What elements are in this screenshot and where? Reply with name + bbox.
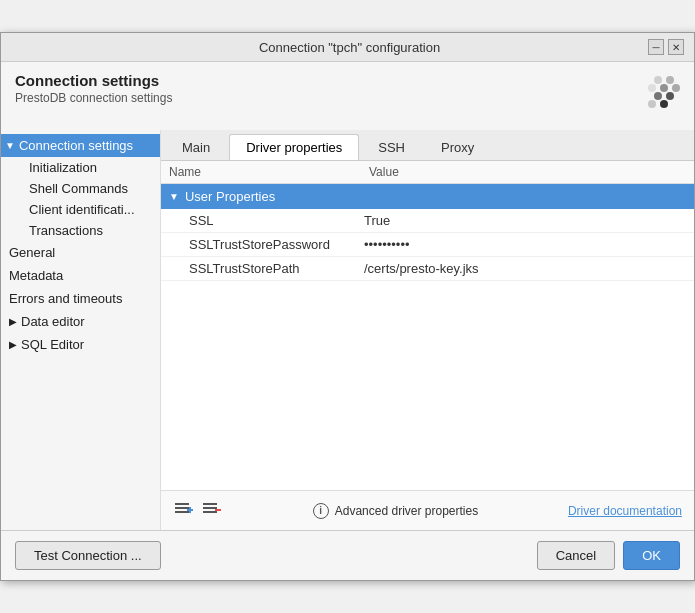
svg-rect-9: [175, 503, 189, 505]
svg-rect-17: [215, 509, 221, 511]
table-row[interactable]: SSLTrustStorePassword ••••••••••: [161, 233, 694, 257]
connection-settings-label: Connection settings: [19, 138, 133, 153]
sidebar-item-initialization[interactable]: Initialization: [1, 157, 160, 178]
svg-rect-10: [175, 507, 189, 509]
remove-property-icon: [203, 501, 221, 517]
svg-point-5: [666, 92, 674, 100]
brand-logo: [620, 72, 680, 122]
svg-point-7: [648, 100, 656, 108]
sidebar-item-client-identification[interactable]: Client identificati...: [1, 199, 160, 220]
cancel-button[interactable]: Cancel: [537, 541, 615, 570]
property-value-ssl: True: [364, 213, 686, 228]
window-controls: ─ ✕: [648, 39, 684, 55]
svg-rect-13: [189, 507, 191, 513]
property-name-truststore-password: SSLTrustStorePassword: [189, 237, 364, 252]
footer-left: [173, 499, 223, 522]
driver-doc-link[interactable]: Driver documentation: [568, 504, 682, 518]
tab-bar: Main Driver properties SSH Proxy: [161, 130, 694, 161]
footer-info: i Advanced driver properties: [313, 503, 478, 519]
main-content: Main Driver properties SSH Proxy Name Va…: [161, 130, 694, 530]
svg-point-0: [654, 76, 662, 84]
property-name-truststore-path: SSLTrustStorePath: [189, 261, 364, 276]
add-property-icon: [175, 501, 193, 517]
svg-point-8: [672, 84, 680, 92]
column-value-header: Value: [369, 165, 686, 179]
tab-ssh[interactable]: SSH: [361, 134, 422, 160]
header-title: Connection settings: [15, 72, 172, 89]
info-icon: i: [313, 503, 329, 519]
dialog-header: Connection settings PrestoDB connection …: [1, 62, 694, 130]
sidebar: ▼ Connection settings Initialization She…: [1, 130, 161, 530]
window-title: Connection "tpch" configuration: [51, 40, 648, 55]
data-editor-arrow: ▶: [9, 316, 17, 327]
property-name-ssl: SSL: [189, 213, 364, 228]
header-subtitle: PrestoDB connection settings: [15, 91, 172, 105]
footer-right-buttons: Cancel OK: [537, 541, 680, 570]
connection-settings-arrow: ▼: [5, 140, 15, 151]
advanced-props-label: Advanced driver properties: [335, 504, 478, 518]
svg-point-2: [660, 84, 668, 92]
dialog: Connection "tpch" configuration ─ ✕ Conn…: [0, 32, 695, 581]
sidebar-item-general[interactable]: General: [1, 241, 160, 264]
minimize-button[interactable]: ─: [648, 39, 664, 55]
table-content: ▼ User Properties SSL True SSLTrustStore…: [161, 184, 694, 490]
svg-point-3: [648, 84, 656, 92]
title-bar: Connection "tpch" configuration ─ ✕: [1, 33, 694, 62]
sidebar-item-connection-settings[interactable]: ▼ Connection settings: [1, 134, 160, 157]
tab-main[interactable]: Main: [165, 134, 227, 160]
tab-driver-properties[interactable]: Driver properties: [229, 134, 359, 160]
table-row[interactable]: SSLTrustStorePath /certs/presto-key.jks: [161, 257, 694, 281]
table-header: Name Value: [161, 161, 694, 184]
sidebar-item-shell-commands[interactable]: Shell Commands: [1, 178, 160, 199]
remove-property-button[interactable]: [201, 499, 223, 522]
add-property-button[interactable]: [173, 499, 195, 522]
svg-point-1: [666, 76, 674, 84]
table-row[interactable]: SSL True: [161, 209, 694, 233]
header-text: Connection settings PrestoDB connection …: [15, 72, 172, 105]
sql-editor-arrow: ▶: [9, 339, 17, 350]
sidebar-item-transactions[interactable]: Transactions: [1, 220, 160, 241]
svg-rect-16: [203, 511, 217, 513]
svg-rect-15: [203, 507, 217, 509]
sidebar-item-metadata[interactable]: Metadata: [1, 264, 160, 287]
svg-rect-14: [203, 503, 217, 505]
tab-footer: i Advanced driver properties Driver docu…: [161, 490, 694, 530]
tab-proxy[interactable]: Proxy: [424, 134, 491, 160]
dialog-body: ▼ Connection settings Initialization She…: [1, 130, 694, 530]
sidebar-item-errors-and-timeouts[interactable]: Errors and timeouts: [1, 287, 160, 310]
svg-point-6: [660, 100, 668, 108]
property-value-truststore-password: ••••••••••: [364, 237, 686, 252]
svg-point-4: [654, 92, 662, 100]
close-button[interactable]: ✕: [668, 39, 684, 55]
group-arrow: ▼: [169, 191, 179, 202]
test-connection-button[interactable]: Test Connection ...: [15, 541, 161, 570]
svg-rect-11: [175, 511, 189, 513]
property-value-truststore-path: /certs/presto-key.jks: [364, 261, 686, 276]
sidebar-item-data-editor[interactable]: ▶ Data editor: [1, 310, 160, 333]
group-label: User Properties: [185, 189, 275, 204]
dialog-footer: Test Connection ... Cancel OK: [1, 530, 694, 580]
ok-button[interactable]: OK: [623, 541, 680, 570]
group-header-user-properties[interactable]: ▼ User Properties: [161, 184, 694, 209]
sidebar-item-sql-editor[interactable]: ▶ SQL Editor: [1, 333, 160, 356]
column-name-header: Name: [169, 165, 369, 179]
